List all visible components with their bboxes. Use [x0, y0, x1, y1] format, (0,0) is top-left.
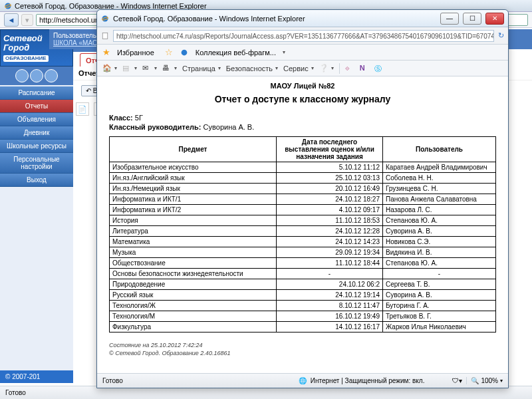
- table-row: Физкультура14.10.12 16:17Жарков Илья Ник…: [110, 322, 496, 332]
- skype-icon[interactable]: Ⓢ: [374, 64, 384, 73]
- footer-copyright: © Сетевой Город. Образование 2.40.16861: [109, 350, 496, 358]
- favorites-label[interactable]: Избранное: [117, 49, 154, 57]
- close-button[interactable]: ✕: [485, 13, 504, 25]
- cell-subject: Информатика и ИКТ/2: [110, 205, 277, 215]
- report-footer: Состояние на 25.10.2012 7:42:24 © Сетево…: [109, 342, 496, 357]
- cell-date: 11.10.12 18:53: [277, 215, 383, 226]
- home-icon: 🏠: [102, 64, 112, 73]
- mail-icon: ✉: [142, 64, 152, 73]
- nav-exit[interactable]: Выход: [0, 174, 73, 187]
- nav-icons: [0, 66, 73, 85]
- cell-subject: Ин.яз./Немецкий язык: [110, 184, 277, 194]
- popup-titlebar[interactable]: Сетевой Город. Образование - Windows Int…: [97, 10, 508, 27]
- class-value: 5Г: [135, 114, 143, 122]
- protected-mode-icon[interactable]: 🛡▾: [452, 377, 462, 384]
- cell-user: Панова Анжела Салаватовна: [383, 194, 496, 205]
- cell-date: 5.10.12 11:12: [277, 162, 383, 173]
- star-icon[interactable]: ★: [102, 47, 110, 57]
- service-menu[interactable]: Сервис: [283, 65, 314, 72]
- nav-round-icon[interactable]: [15, 69, 29, 82]
- plugin-icon-n[interactable]: N: [360, 64, 369, 73]
- popup-url-field[interactable]: http://netschool.umc74.ru/asp/Reports/Jo…: [113, 30, 494, 42]
- cell-date: 16.10.12 19:49: [277, 311, 383, 322]
- print-menu[interactable]: 🖶: [162, 64, 177, 73]
- star-icon-small: ☆: [165, 47, 173, 57]
- cell-date: -: [277, 269, 383, 279]
- table-row: Природоведение24.10.12 06:2Сергеева Т. В…: [110, 279, 496, 290]
- popup-address-bar: http://netschool.umc74.ru/asp/Reports/Jo…: [97, 27, 508, 45]
- nav-diary[interactable]: Дневник: [0, 126, 73, 140]
- cell-date: 11.10.12 18:44: [277, 258, 383, 269]
- nav-back-icon[interactable]: ◄: [4, 13, 19, 27]
- table-row: Технология/М16.10.12 19:49Третьяков В. Г…: [110, 311, 496, 322]
- table-row: Информатика и ИКТ/24.10.12 09:17Назарова…: [110, 205, 496, 215]
- cell-subject: Природоведение: [110, 279, 277, 290]
- security-menu[interactable]: Безопасность: [226, 65, 278, 72]
- rss-icon: ▤: [122, 64, 132, 73]
- refresh-icon[interactable]: ↻: [498, 31, 504, 40]
- cell-date: 25.10.12 03:13: [277, 173, 383, 184]
- table-row: Ин.яз./Немецкий язык20.10.12 16:49Грузин…: [110, 184, 496, 194]
- cell-date: 24.10.12 19:14: [277, 290, 383, 301]
- footer-timestamp: Состояние на 25.10.2012 7:42:24: [109, 342, 496, 350]
- web-collection-link[interactable]: Коллекция веб-фрагм...: [196, 49, 276, 57]
- table-row: Основы безопасности жизнедеятельности--: [110, 269, 496, 279]
- cell-user: Сергеева Т. В.: [383, 279, 496, 290]
- ie-icon: [101, 15, 109, 23]
- export-doc-icon[interactable]: 📄: [76, 102, 89, 116]
- ie-small-icon: [180, 48, 189, 57]
- nav-announcements[interactable]: Объявления: [0, 113, 73, 126]
- cell-user: Каратаев Андрей Владимирович: [383, 162, 496, 173]
- cell-date: 4.10.12 09:17: [277, 205, 383, 215]
- table-row: Изобразительное искусство5.10.12 11:12Ка…: [110, 162, 496, 173]
- cell-date: 8.10.12 11:47: [277, 301, 383, 311]
- table-row: История11.10.12 18:53Степанова Ю. А.: [110, 215, 496, 226]
- cell-subject: Русский язык: [110, 290, 277, 301]
- cell-subject: Ин.яз./Английский язык: [110, 173, 277, 184]
- nav-list: Расписание Отчеты Объявления Дневник Шко…: [0, 86, 73, 187]
- zoom-icon: 🔍: [471, 377, 479, 384]
- maximize-button[interactable]: ☐: [463, 13, 481, 25]
- minimize-button[interactable]: —: [440, 13, 459, 25]
- cell-user: Соболева Н. Н.: [383, 173, 496, 184]
- status-zone: Интернет | Защищенный режим: вкл.: [311, 377, 425, 384]
- nav-settings[interactable]: Персональные настройки: [0, 153, 73, 174]
- print-icon: 🖶: [162, 64, 172, 73]
- toolbar-separator: [339, 63, 340, 74]
- outer-title-text: Сетевой Город. Образование - Windows Int…: [15, 2, 207, 10]
- cell-user: Назарова Л. С.: [383, 205, 496, 215]
- report-content: МАОУ Лицей №82 Отчет о доступе к классно…: [97, 76, 508, 369]
- page-menu[interactable]: Страница: [182, 65, 221, 72]
- home-menu[interactable]: 🏠: [102, 64, 117, 73]
- nav-round-icon[interactable]: [30, 69, 43, 82]
- nav-schedule[interactable]: Расписание: [0, 86, 73, 100]
- report-table: Предмет Дата последнего выставления оцен…: [109, 136, 496, 332]
- col-user: Пользователь: [383, 137, 496, 162]
- popup-statusbar: Готово 🌐 Интернет | Защищенный режим: вк…: [97, 373, 508, 388]
- nav-round-icon[interactable]: [45, 69, 58, 82]
- app-sidebar: Сетевой Город ОБРАЗОВАНИЕ Расписание Отч…: [0, 29, 73, 375]
- popup-title-text: Сетевой Город. Образование - Windows Int…: [113, 15, 436, 23]
- cell-user: Суворина А. В.: [383, 226, 496, 237]
- mail-menu[interactable]: ✉: [142, 64, 157, 73]
- report-popup-window: Сетевой Город. Образование - Windows Int…: [96, 9, 509, 388]
- cell-subject: Изобразительное искусство: [110, 162, 277, 173]
- help-menu[interactable]: ❔: [319, 64, 334, 73]
- feeds-menu[interactable]: ▤: [122, 64, 137, 73]
- cell-subject: Технология/Ж: [110, 301, 277, 311]
- nav-resources[interactable]: Школьные ресурсы: [0, 140, 73, 153]
- cell-user: Суворина А. В.: [383, 290, 496, 301]
- plugin-icon-1[interactable]: ⟐: [345, 64, 354, 73]
- cell-subject: Технология/М: [110, 311, 277, 322]
- school-name: МАОУ Лицей №82: [109, 82, 496, 90]
- status-done: Готово: [102, 377, 123, 384]
- nav-fwd-icon[interactable]: ▾: [21, 14, 33, 26]
- cell-date: 24.10.12 06:2: [277, 279, 383, 290]
- class-label: Класс:: [109, 114, 133, 122]
- zoom-control[interactable]: 🔍 100% ▾: [466, 377, 503, 384]
- cell-subject: Физкультура: [110, 322, 277, 332]
- cell-date: 24.10.12 18:27: [277, 194, 383, 205]
- nav-reports[interactable]: Отчеты: [0, 100, 73, 113]
- favorites-bar: ★ Избранное ☆ Коллекция веб-фрагм... ▾: [97, 45, 508, 61]
- user-school-link[interactable]: ШКОЛА «МАО»: [53, 39, 101, 47]
